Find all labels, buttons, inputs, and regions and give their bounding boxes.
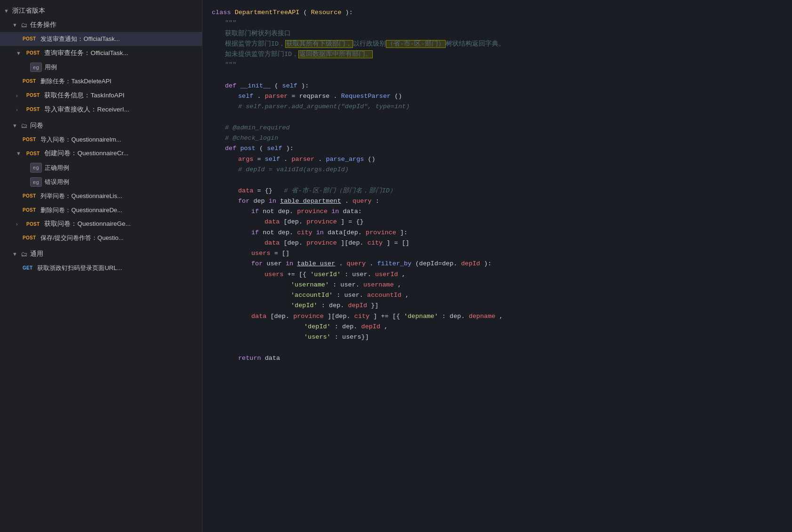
query-chevron: ▼ [16, 50, 23, 56]
code-line-27: data [dep. province ][dep. city ] += [{ … [212, 311, 783, 322]
task-info-label: 获取任务信息：TaskInfoAPI [44, 91, 124, 100]
code-line-22: for user in table_user . query . filter_… [212, 259, 783, 269]
code-line-2: """ [212, 18, 783, 28]
code-line-15: data = {} # 省-市-区-部门（部门名，部门ID） [212, 186, 783, 196]
code-line-26: 'depId' : dep. depId }] [212, 301, 783, 311]
folder-task-info[interactable]: › POST 获取任务信息：TaskInfoAPI [0, 88, 202, 103]
code-line-29: 'users' : users}] [212, 332, 783, 342]
create-q-label: 创建问卷：QuestionnaireCr... [44, 149, 128, 158]
method-badge-post8: POST [21, 192, 38, 200]
code-line-19: if not dep. city in data[dep. province ]… [212, 228, 783, 238]
example-badge1: eg [30, 63, 42, 72]
method-badge-post11: POST [21, 234, 38, 242]
delete-q-label: 删除问卷：QuestionnaireDe... [40, 206, 122, 215]
correct-example-label: 正确用例 [45, 163, 69, 173]
code-line-17: if not dep. province in data: [212, 206, 783, 217]
sidebar-item-delete-q[interactable]: POST 删除问卷：QuestionnaireDe... [0, 203, 202, 217]
code-line-7: def __init__ ( self ): [212, 81, 783, 91]
code-line-25: 'accountId' : user. accountId , [212, 290, 783, 301]
code-line-23: users += [{ 'userId' : user. userId , [212, 270, 783, 280]
folder-icon3: 🗂 [21, 250, 27, 258]
example-badge2: eg [30, 163, 42, 173]
questionnaire-chevron: ▼ [12, 123, 19, 128]
method-badge-post3: POST [21, 77, 38, 85]
code-line-8: self . parser = reqparse . RequestParser… [212, 91, 783, 102]
root-label: 浙江省版本 [12, 7, 45, 15]
code-line-21: users = [] [212, 248, 783, 259]
method-badge-post10: POST [24, 221, 41, 227]
import-q-label: 导入问卷：QuestionnaireIm... [40, 135, 121, 144]
sidebar: ▼ 浙江省版本 ▼ 🗂 任务操作 POST 发送审查通知：OfficialTas… [0, 0, 202, 532]
create-q-chevron: ▼ [16, 151, 23, 156]
folder-import-receiver[interactable]: › POST 导入审查接收人：ReceiverI... [0, 103, 202, 117]
code-line-18: data [dep. province ] = {} [212, 217, 783, 227]
code-line-blank3 [212, 175, 783, 185]
code-line-4: 根据监管方部门ID，获取其所有下级部门，以行政级别（省-市-区-部门）树状结构返… [212, 39, 783, 49]
root-header[interactable]: ▼ 浙江省版本 [0, 4, 202, 18]
folder-tasks[interactable]: ▼ 🗂 任务操作 [0, 18, 202, 32]
sidebar-item-delete-task[interactable]: POST 删除任务：TaskDeleteAPI [0, 74, 202, 88]
folder-common[interactable]: ▼ 🗂 通用 [0, 247, 202, 261]
import-receiver-chevron: › [16, 107, 23, 112]
code-line-3: 获取部门树状列表接口 [212, 29, 783, 39]
folder-icon2: 🗂 [21, 122, 27, 129]
sidebar-item-import-q[interactable]: POST 导入问卷：QuestionnaireIm... [0, 133, 202, 147]
method-badge-post7: POST [24, 151, 41, 157]
example-badge3: eg [30, 177, 42, 187]
sidebar-item-correct-example[interactable]: eg 正确用例 [0, 160, 202, 175]
code-line-24: 'username' : user. username , [212, 280, 783, 290]
example-label1: 用例 [45, 63, 57, 72]
root-chevron: ▼ [4, 8, 10, 14]
tasks-chevron: ▼ [12, 22, 19, 28]
query-label: 查询审查任务：OfficialTask... [44, 49, 128, 57]
code-panel: class DepartmentTreeAPI ( Resource ): ""… [202, 0, 792, 532]
method-badge-post6: POST [21, 135, 38, 143]
code-line-blank1 [212, 71, 783, 81]
questionnaire-label: 问卷 [30, 121, 43, 130]
code-line-20: data [dep. province ][dep. city ] = [] [212, 238, 783, 248]
method-badge-post5: POST [24, 106, 41, 112]
code-line-10: # @admin_required [212, 123, 783, 133]
method-badge-post4: POST [24, 92, 41, 98]
sidebar-item-list-q[interactable]: POST 列举问卷：QuestionnaireLis... [0, 189, 202, 203]
import-receiver-label: 导入审查接收人：ReceiverI... [44, 105, 129, 114]
folder-questionnaire[interactable]: ▼ 🗂 问卷 [0, 119, 202, 133]
folder-icon: 🗂 [21, 21, 27, 29]
code-line-16: for dep in table_department . query : [212, 196, 783, 206]
sidebar-item-save-q[interactable]: POST 保存/提交问卷作答：Questio... [0, 231, 202, 245]
sidebar-item-error-example[interactable]: eg 错误用例 [0, 175, 202, 190]
code-line-5: 如未提供监管方部门ID，返回数据库中所有部门。 [212, 49, 783, 60]
common-label: 通用 [30, 250, 43, 258]
tasks-label: 任务操作 [30, 21, 56, 29]
method-badge-get: GET [21, 264, 34, 272]
code-line-14: # depId = validId(args.depId) [212, 165, 783, 175]
error-example-label: 错误用例 [45, 177, 69, 187]
sidebar-item-example1[interactable]: eg 用例 [0, 60, 202, 75]
save-q-label: 保存/提交问卷作答：Questio... [40, 233, 123, 243]
task-info-chevron: › [16, 93, 23, 98]
sidebar-item-send-review[interactable]: POST 发送审查通知：OfficialTask... [0, 32, 202, 46]
method-badge-post: POST [21, 35, 38, 43]
method-badge-post9: POST [21, 206, 38, 214]
common-chevron: ▼ [12, 251, 19, 257]
code-line-12: def post ( self ): [212, 143, 783, 154]
folder-create-q[interactable]: ▼ POST 创建问卷：QuestionnaireCr... [0, 146, 202, 160]
code-line-blank2 [212, 112, 783, 123]
code-line-13: args = self . parser . parse_args () [212, 154, 783, 165]
folder-get-q[interactable]: › POST 获取问卷：QuestionnaireGe... [0, 217, 202, 231]
delete-task-label: 删除任务：TaskDeleteAPI [40, 77, 111, 86]
code-line-9: # self.parser.add_argument("depId", type… [212, 102, 783, 112]
code-line-1: class DepartmentTreeAPI ( Resource ): [212, 8, 783, 18]
folder-query-review[interactable]: ▼ POST 查询审查任务：OfficialTask... [0, 46, 202, 60]
code-line-30: return data [212, 353, 783, 364]
sidebar-item-get-url[interactable]: GET 获取浙政钉扫码登录页面URL... [0, 261, 202, 275]
get-q-label: 获取问卷：QuestionnaireGe... [44, 220, 130, 228]
item-label: 发送审查通知：OfficialTask... [40, 34, 120, 44]
list-q-label: 列举问卷：QuestionnaireLis... [40, 191, 122, 201]
get-url-label: 获取浙政钉扫码登录页面URL... [37, 263, 122, 273]
code-line-28: 'depId' : dep. depId , [212, 322, 783, 332]
get-q-chevron: › [16, 221, 23, 227]
code-line-6: """ [212, 60, 783, 70]
code-line-blank4 [212, 343, 783, 353]
code-line-11: # @check_login [212, 133, 783, 143]
